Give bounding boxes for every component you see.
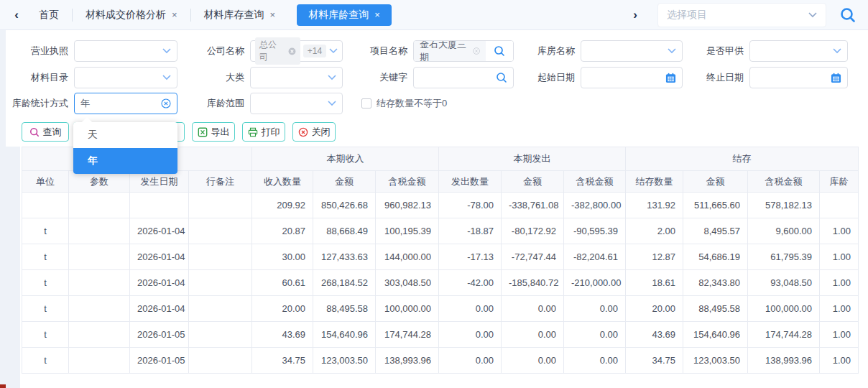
chevron-down-icon (162, 48, 171, 54)
table-cell: 43.69 (252, 322, 313, 348)
table-cell (69, 296, 130, 322)
aging-method-input[interactable]: 年 (74, 93, 177, 114)
table-row[interactable]: t2026-01-0460.61268,184.52303,048.50-42.… (22, 270, 859, 296)
aging-range-label: 库龄范围 (172, 93, 244, 114)
table-cell: 18.61 (626, 270, 683, 296)
table-cell: t (22, 322, 69, 348)
table-cell: 154,640.96 (313, 322, 376, 348)
chevron-down-icon (162, 75, 171, 80)
table-row[interactable]: t2026-01-0420.0088,495.58100,000.000.000… (22, 296, 859, 322)
major-category-label: 大类 (172, 67, 244, 88)
aging-range-select[interactable] (250, 93, 343, 114)
calendar-icon (831, 73, 841, 83)
tab-label: 材料库存查询 (204, 9, 264, 22)
chevron-down-icon (329, 48, 338, 54)
table-cell: 0.00 (502, 296, 564, 322)
warehouse-name-select[interactable] (581, 40, 683, 62)
table-cell (189, 348, 252, 374)
material-catalog-select[interactable] (74, 67, 177, 88)
table-cell: 0.00 (439, 348, 502, 374)
table-cell: 20.00 (626, 296, 683, 322)
column-header[interactable]: 收入数量 (252, 171, 313, 193)
tabs-scroll-right-icon[interactable]: › (626, 8, 645, 22)
tab-close-icon[interactable]: × (374, 9, 380, 20)
major-category-select[interactable] (250, 67, 343, 88)
close-button[interactable]: 关闭 (292, 122, 336, 142)
table-cell: 174,744.28 (748, 322, 820, 348)
table-cell (189, 322, 252, 348)
column-header-row: 单位参数发生日期行备注收入数量金额含税金额发出数量金额含税金额结存数量金额含税金… (22, 171, 859, 193)
table-cell: 2026-01-05 (130, 322, 189, 348)
keyword-input[interactable] (413, 67, 514, 88)
table-cell: 1.00 (820, 348, 859, 374)
tab-material-price-analysis[interactable]: 材料成交价格分析 × (73, 0, 190, 30)
tab-close-icon[interactable]: × (270, 9, 276, 20)
table-cell (69, 244, 130, 270)
dropdown-option-day[interactable]: 天 (73, 122, 177, 148)
material-catalog-label: 材料目录 (0, 67, 68, 88)
column-header[interactable]: 单位 (22, 171, 69, 193)
business-license-label: 营业执照 (0, 40, 68, 62)
column-header[interactable]: 金额 (502, 171, 564, 193)
column-header[interactable]: 含税金额 (376, 171, 439, 193)
table-cell (189, 193, 252, 218)
end-date-input[interactable] (749, 67, 848, 88)
column-header[interactable]: 含税金额 (748, 171, 820, 193)
query-button[interactable]: 查询 (22, 122, 69, 142)
table-row[interactable]: t2026-01-0534.75123,003.50138,993.960.00… (22, 348, 859, 374)
table-cell (69, 193, 130, 218)
table-row[interactable]: t2026-01-0543.69154,640.96174,744.280.00… (22, 322, 859, 348)
table-cell: 0.00 (439, 296, 502, 322)
start-date-input[interactable] (581, 67, 683, 88)
table-cell: 0.00 (502, 348, 564, 374)
table-cell: 268,184.52 (313, 270, 376, 296)
column-header[interactable]: 参数 (69, 171, 130, 193)
table-cell (69, 322, 130, 348)
column-header[interactable]: 金额 (683, 171, 748, 193)
table-cell: -17.13 (439, 244, 502, 270)
keyword-label: 关键字 (338, 67, 407, 88)
business-license-select[interactable] (74, 40, 177, 62)
tabs-scroll-left-icon[interactable]: ‹ (7, 8, 26, 22)
column-header[interactable]: 行备注 (189, 171, 252, 193)
tab-material-aging-query[interactable]: 材料库龄查询 × (297, 4, 392, 26)
tab-material-stock-query[interactable]: 材料库存查询 × (191, 0, 289, 30)
column-group-header: 本期发出 (439, 147, 626, 171)
table-cell: 61,795.39 (748, 244, 820, 270)
dropdown-option-year[interactable]: 年 (73, 148, 177, 174)
table-row[interactable]: 209.92850,426.68960,982.13-78.00-338,761… (22, 193, 859, 218)
column-header[interactable]: 金额 (313, 171, 376, 193)
clear-icon[interactable] (161, 98, 171, 108)
column-header[interactable]: 库龄 (820, 171, 859, 193)
column-header[interactable]: 含税金额 (564, 171, 626, 193)
table-cell: 123,003.50 (313, 348, 376, 374)
tab-close-icon[interactable]: × (172, 9, 177, 20)
column-header[interactable]: 结存数量 (626, 171, 683, 193)
aging-method-dropdown: 天 年 (73, 122, 177, 174)
table-cell: 30.00 (252, 244, 313, 270)
export-button-label: 导出 (211, 126, 230, 139)
printer-icon (248, 127, 258, 137)
print-button[interactable]: 打印 (242, 122, 285, 142)
company-name-select[interactable]: 总公司 +14 (250, 40, 343, 62)
global-search-icon[interactable] (839, 6, 857, 24)
clear-icon[interactable] (473, 47, 480, 55)
tab-label: 首页 (39, 9, 59, 22)
table-row[interactable]: t2026-01-0420.8788,668.49100,195.39-18.8… (22, 218, 859, 244)
project-name-field[interactable]: 金石大厦三期 (413, 40, 514, 62)
table-cell: 2026-01-04 (130, 270, 189, 296)
table-cell: 511,665.60 (683, 193, 748, 218)
column-header[interactable]: 发生日期 (130, 171, 189, 193)
table-cell: -72,747.44 (502, 244, 564, 270)
nonzero-balance-checkbox[interactable] (361, 98, 371, 108)
tag-remove-icon[interactable] (288, 47, 296, 55)
query-button-label: 查询 (43, 126, 62, 139)
project-select[interactable]: 选择项目 (657, 3, 826, 27)
export-button[interactable]: 导出 (192, 122, 235, 142)
table-cell (69, 348, 130, 374)
column-header[interactable]: 发出数量 (439, 171, 502, 193)
tab-home[interactable]: 首页 (26, 0, 72, 30)
owner-supplied-select[interactable] (749, 40, 848, 62)
table-row[interactable]: t2026-01-0430.00127,433.63144,000.00-17.… (22, 244, 859, 270)
table-cell: 2.00 (626, 218, 683, 244)
